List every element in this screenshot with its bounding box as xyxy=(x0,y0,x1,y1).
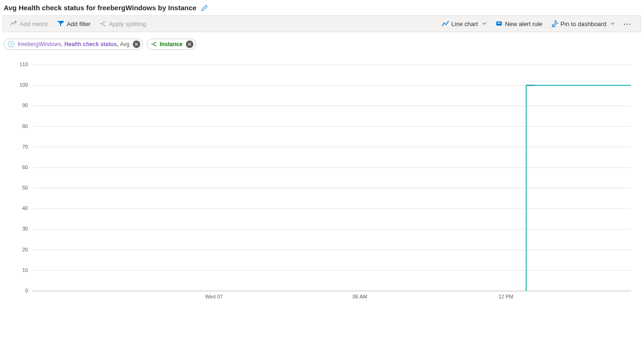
chart-title: Avg Health check status for freebergWind… xyxy=(4,4,197,12)
y-tick-label: 50 xyxy=(14,185,28,190)
x-tick-label: Wed 07 xyxy=(205,294,223,299)
x-tick-label: 12 PM xyxy=(499,294,514,299)
svg-point-9 xyxy=(10,43,13,46)
edit-title-icon[interactable] xyxy=(201,5,208,11)
split-icon xyxy=(151,41,157,47)
y-tick-label: 80 xyxy=(14,123,28,129)
filter-icon xyxy=(57,20,64,27)
pin-to-dashboard-button[interactable]: Pin to dashboard xyxy=(548,19,618,28)
chart-area: 0102030405060708090100110 Wed 0706 AM12 … xyxy=(3,54,641,298)
split-chip[interactable]: Instance ✕ xyxy=(147,39,196,50)
add-metric-icon xyxy=(10,20,17,27)
y-tick-label: 70 xyxy=(14,144,28,149)
metric-chip[interactable]: freebergWindows, Health check status, Av… xyxy=(4,39,143,50)
y-tick-label: 30 xyxy=(14,226,28,231)
y-tick-label: 90 xyxy=(14,102,28,108)
remove-chip-icon[interactable]: ✕ xyxy=(133,41,140,48)
x-tick-label: 06 AM xyxy=(353,294,367,299)
chart-title-row: Avg Health check status for freebergWind… xyxy=(3,2,641,15)
add-metric-button[interactable]: Add metric xyxy=(7,19,51,28)
y-tick-label: 60 xyxy=(14,164,28,170)
chart-toolbar: Add metric Add filter Apply splitting xyxy=(3,15,641,32)
new-alert-rule-button[interactable]: New alert rule xyxy=(493,19,545,28)
apply-splitting-button[interactable]: Apply splitting xyxy=(96,19,149,28)
y-tick-label: 0 xyxy=(14,288,28,293)
y-tick-label: 100 xyxy=(14,82,28,88)
more-icon: ··· xyxy=(623,20,631,27)
line-chart-icon xyxy=(442,20,449,27)
chevron-down-icon xyxy=(610,20,615,27)
remove-chip-icon[interactable]: ✕ xyxy=(186,41,193,48)
y-tick-label: 20 xyxy=(14,247,28,252)
split-icon xyxy=(99,20,106,27)
metric-chips-row: freebergWindows, Health check status, Av… xyxy=(3,32,641,54)
y-tick-label: 10 xyxy=(14,267,28,273)
svg-rect-6 xyxy=(497,23,500,24)
y-tick-label: 110 xyxy=(14,61,28,67)
resource-globe-icon xyxy=(7,41,15,48)
more-actions-button[interactable]: ··· xyxy=(621,20,634,28)
chevron-down-icon xyxy=(482,20,487,27)
y-tick-label: 40 xyxy=(14,205,28,211)
line-chart[interactable] xyxy=(5,60,634,298)
chart-type-dropdown[interactable]: Line chart xyxy=(439,19,490,28)
alert-icon xyxy=(495,20,503,27)
add-filter-button[interactable]: Add filter xyxy=(54,19,93,28)
pin-icon xyxy=(551,20,558,27)
